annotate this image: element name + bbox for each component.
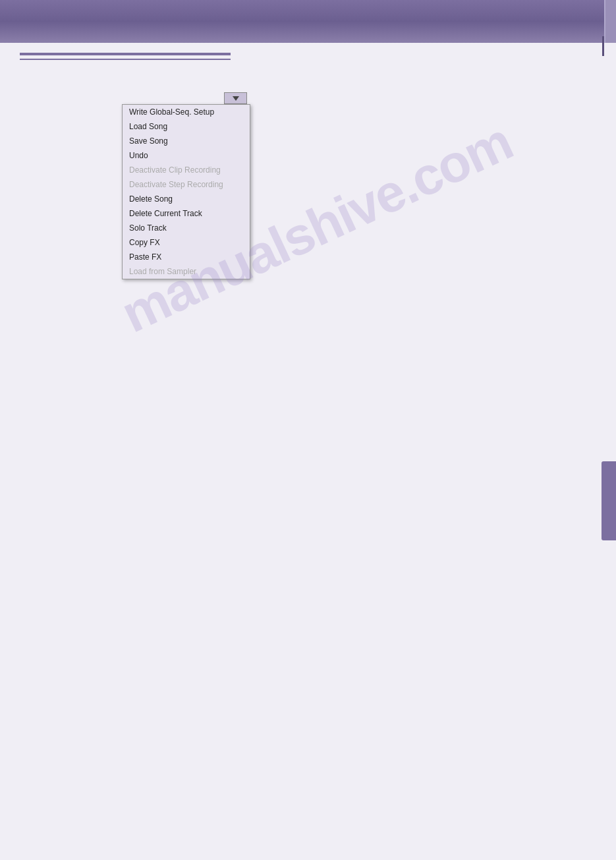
header-bar — [0, 0, 616, 43]
menu-item-undo[interactable]: Undo — [123, 148, 250, 163]
menu-item-write-global-seq-setup[interactable]: Write Global-Seq. Setup — [123, 105, 250, 119]
menu-item-save-song[interactable]: Save Song — [123, 134, 250, 148]
rule-line-thick — [20, 53, 231, 55]
menu-item-deactivate-step-recording: Deactivate Step Recording — [123, 177, 250, 192]
dropdown-button[interactable] — [224, 92, 247, 104]
menu-item-delete-current-track[interactable]: Delete Current Track — [123, 206, 250, 221]
rule-container — [20, 53, 231, 63]
menu-item-paste-fx[interactable]: Paste FX — [123, 250, 250, 264]
menu-item-load-song[interactable]: Load Song — [123, 119, 250, 134]
menu-item-deactivate-clip-recording: Deactivate Clip Recording — [123, 163, 250, 177]
header-right-tab — [604, 0, 616, 43]
menu-item-load-from-sampler: Load from Sampler — [123, 264, 250, 279]
rule-line-thin — [20, 59, 231, 60]
menu-item-solo-track[interactable]: Solo Track — [123, 221, 250, 235]
context-menu: Write Global-Seq. SetupLoad SongSave Son… — [122, 104, 250, 279]
dropdown-arrow-icon — [233, 96, 239, 101]
right-sidebar-tab — [602, 461, 616, 540]
menu-item-copy-fx[interactable]: Copy FX — [123, 235, 250, 250]
page-divider — [602, 36, 604, 56]
menu-item-delete-song[interactable]: Delete Song — [123, 192, 250, 206]
